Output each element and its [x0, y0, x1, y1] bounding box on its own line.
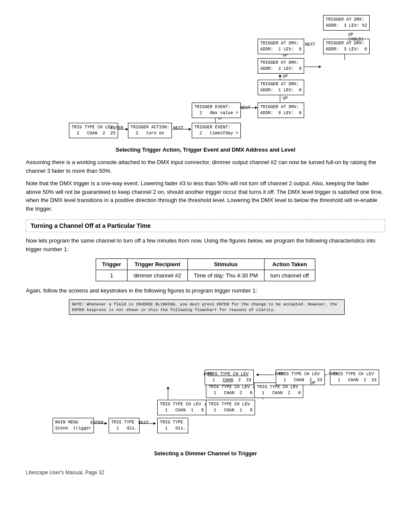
svg-marker-33 — [256, 373, 258, 376]
table-cell-recipient: dimmer channel #2 — [128, 270, 188, 281]
section-title: Turning a Channel Off at a Particular Ti… — [31, 222, 151, 229]
enter-label-1: ENTER — [110, 126, 123, 131]
box-trigger-event-timeofday: TRIGGER EVENT: 2 timeofday > — [192, 123, 241, 138]
table-row: 1 dimmer channel #2 Time of day: Thu 4:3… — [96, 270, 315, 281]
box-dmx-addr-2: TRIGGER AT DMX: ADDR: 2 LEV: 0 — [258, 58, 304, 74]
table-header-stimulus: Stimulus — [187, 259, 264, 270]
note-box: NOTE: Whenever a field is INVERSE BLINKI… — [69, 299, 345, 315]
body-text-4: Again, follow the screens and keystrokes… — [26, 286, 385, 295]
prev-label-b10: PREV — [329, 372, 338, 376]
table-cell-trigger: 1 — [96, 270, 128, 281]
body-text-1: Assuming there is a working console atta… — [26, 158, 385, 175]
table-header-recipient: Trigger Recipient — [128, 259, 188, 270]
svg-marker-15 — [319, 65, 321, 68]
page-footer: Litescape User's Manual, Page 32 — [26, 470, 385, 476]
up-label-2: UP — [283, 96, 288, 101]
svg-marker-21 — [153, 422, 156, 425]
body-text-2: Note that the DMX trigger is a one-way e… — [26, 179, 385, 213]
box-main-menu: MAIN MENU Scene trigger — [53, 418, 94, 433]
up-label-3: UP — [283, 74, 288, 79]
top-figure-caption: Selecting Trigger Action, Trigger Event … — [26, 146, 385, 153]
up-hold-label: UP(HOLD) — [348, 32, 364, 42]
bottom-figure-caption: Selecting a Dimmer Channel to Trigger — [26, 450, 385, 457]
svg-marker-19 — [105, 422, 107, 425]
svg-marker-11 — [279, 74, 281, 77]
box-dmx-addr-1: TRIGGER AT DMX: ADDR: 1 LEV: 0 — [258, 80, 304, 95]
top-flowchart: TRIG TYPE CH LEV 2 CHAN 2 25 ENTER TRIGG… — [26, 9, 385, 142]
trigger-table: Trigger Trigger Recipient Stimulus Actio… — [96, 258, 315, 281]
next-label-3: NEXT — [305, 42, 315, 47]
box-trig-chan-1-0-lower: TRIG TYPE CH LEV 1 CHAN 1 0 — [157, 400, 206, 415]
up-label-top: UP — [310, 381, 315, 386]
prev-label-b8: PREV — [204, 372, 213, 376]
page-content: TRIG TYPE CH LEV 2 CHAN 2 25 ENTER TRIGG… — [26, 9, 385, 476]
box-dmx-addr-3-lev52: TRIGGER AT DMX: ADDR: 3 LEV: 52 — [323, 15, 370, 31]
flowchart-top-area: TRIG TYPE CH LEV 2 CHAN 2 25 ENTER TRIGG… — [26, 9, 385, 142]
box-dmx-addr-1b: TRIGGER AT DMX: ADDR: 1 LEV: 0 — [258, 39, 304, 54]
table-header-action: Action Taken — [264, 259, 315, 270]
box-trig-type-dis-2: TRIG TYPE 1 dis. — [157, 418, 188, 433]
table-header-trigger: Trigger — [96, 259, 128, 270]
svg-marker-3 — [189, 128, 191, 131]
box-trig-type-1: TRIG TYPE CH LEV 2 CHAN 2 25 — [69, 123, 118, 138]
table-cell-stimulus: Time of day: Thu 4:30 PM — [187, 270, 264, 281]
flowchart-bottom-area: NOTE: Whenever a field is INVERSE BLINKI… — [26, 299, 385, 446]
section-box: Turning a Channel Off at a Particular Ti… — [26, 219, 385, 232]
bottom-flowchart: NOTE: Whenever a field is INVERSE BLINKI… — [26, 299, 385, 446]
box-dmx-addr-0: TRIGGER AT DMX: ADDR: 0 LEV: 0 — [258, 103, 304, 118]
next-label-1: NEXT — [173, 126, 184, 131]
box-trigger-event-dmx: TRIGGER EVENT: 2 dmx value > — [192, 103, 241, 118]
box-trig-chan-1-0-upper: TRIG TYPE CH LEV 1 CHAN 1 0 — [206, 400, 255, 415]
table-cell-action: turn channel off — [264, 270, 315, 281]
box-trig-type-dis-1: TRIG TYPE 1 dis. — [109, 418, 140, 433]
svg-marker-25 — [167, 386, 169, 389]
body-text-3: Now lets program the same channel to tur… — [26, 236, 385, 253]
enter-label-b1: ENTER — [90, 420, 103, 425]
prev-label-b9: PREV — [275, 372, 284, 376]
next-label-2: NEXT — [240, 106, 250, 110]
next-label-b2: NEXT — [138, 420, 149, 425]
box-trigger-action: TRIGGER ACTION: 2 turn on — [128, 123, 172, 138]
